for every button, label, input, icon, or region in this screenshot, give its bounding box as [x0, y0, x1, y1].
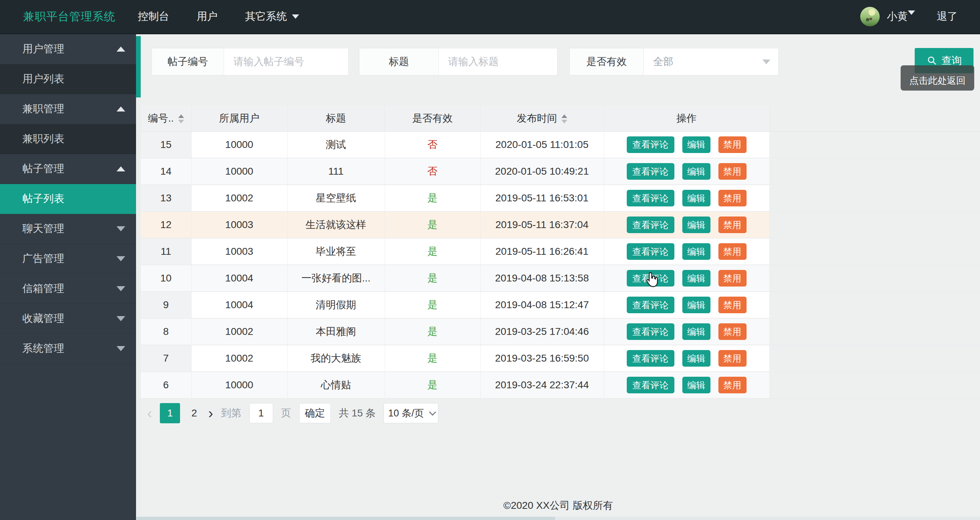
sidebar-item-user-list[interactable]: 用户列表: [0, 64, 136, 94]
disable-button[interactable]: 禁用: [718, 216, 746, 233]
valid-select[interactable]: 全部: [643, 48, 779, 75]
valid-label: 是否有效: [570, 48, 643, 75]
col-header-time[interactable]: 发布时间: [480, 105, 604, 131]
confirm-button[interactable]: 确定: [299, 403, 331, 423]
sort-icon[interactable]: [562, 114, 567, 123]
chevron-down-icon: [762, 60, 770, 64]
next-page-button[interactable]: ›: [208, 403, 213, 423]
disable-button[interactable]: 禁用: [718, 270, 746, 286]
edit-button[interactable]: 编辑: [682, 297, 711, 313]
edit-button[interactable]: 编辑: [682, 323, 711, 340]
table-header-row: 编号.. 所属用户 标题 是否有效 发布时间 操作: [141, 105, 980, 131]
horizontal-scrollbar-thumb[interactable]: [137, 517, 555, 520]
disable-button[interactable]: 禁用: [718, 297, 746, 313]
col-header-title: 标题: [287, 105, 385, 131]
goto-page-input[interactable]: [249, 403, 273, 423]
table-row-selected: 12 10003 生活就该这样 是 2019-05-11 16:37:04 查看…: [141, 211, 980, 238]
valid-badge: 是: [385, 372, 480, 398]
view-comments-button[interactable]: 查看评论: [627, 243, 675, 260]
nav-dashboard[interactable]: 控制台: [138, 10, 169, 24]
valid-badge: 是: [385, 318, 480, 345]
chevron-up-icon: [116, 46, 125, 52]
view-comments-button[interactable]: 查看评论: [627, 137, 675, 153]
copyright-text: ©2020 XX公司 版权所有: [137, 499, 980, 512]
view-comments-button[interactable]: 查看评论: [627, 350, 675, 367]
valid-badge: 是: [385, 265, 480, 292]
table-row: 6 10000 心情贴 是 2019-03-24 22:37:44 查看评论编辑…: [141, 372, 980, 398]
nav-users[interactable]: 用户: [197, 10, 218, 24]
valid-badge: 是: [385, 211, 480, 238]
sidebar-item-favorite-mgmt[interactable]: 收藏管理: [0, 304, 136, 334]
edit-button[interactable]: 编辑: [682, 163, 711, 180]
prev-page-button[interactable]: ‹: [147, 403, 152, 423]
user-menu[interactable]: 小黄: [887, 10, 915, 24]
app-title: 兼职平台管理系统: [23, 9, 116, 24]
valid-badge: 是: [385, 345, 480, 372]
edit-button[interactable]: 编辑: [682, 377, 711, 393]
view-comments-button[interactable]: 查看评论: [627, 190, 675, 207]
per-page-select[interactable]: 10 条/页: [383, 403, 438, 423]
disable-button[interactable]: 禁用: [718, 377, 746, 393]
disable-button[interactable]: 禁用: [718, 323, 746, 340]
sidebar-item-mail-mgmt[interactable]: 信箱管理: [0, 274, 136, 304]
title-label: 标题: [359, 48, 438, 75]
view-comments-button[interactable]: 查看评论: [627, 216, 675, 233]
sidebar-scrollbar-thumb[interactable]: [136, 36, 141, 97]
table-row: 8 10002 本田雅阁 是 2019-03-25 17:04:46 查看评论编…: [141, 318, 980, 345]
view-comments-button[interactable]: 查看评论: [627, 377, 675, 393]
page-button-1[interactable]: 1: [160, 403, 180, 423]
edit-button[interactable]: 编辑: [682, 190, 711, 207]
chevron-down-icon: [116, 316, 125, 321]
view-comments-button[interactable]: 查看评论: [627, 163, 675, 180]
sidebar-item-user-mgmt[interactable]: 用户管理: [0, 34, 136, 64]
col-header-user: 所属用户: [191, 105, 287, 131]
sidebar-item-job-mgmt[interactable]: 兼职管理: [0, 94, 136, 124]
edit-button[interactable]: 编辑: [682, 270, 711, 286]
topbar-right: 小黄 退了: [860, 7, 958, 26]
edit-button[interactable]: 编辑: [682, 350, 711, 367]
disable-button[interactable]: 禁用: [718, 190, 746, 207]
valid-badge: 是: [385, 292, 480, 318]
edit-button[interactable]: 编辑: [682, 137, 711, 153]
sort-icon[interactable]: [178, 114, 184, 123]
sidebar-scrollbar[interactable]: [136, 34, 141, 520]
goto-label: 到第: [221, 406, 242, 420]
chevron-up-icon: [116, 166, 125, 172]
title-input[interactable]: [438, 48, 557, 75]
filter-title: 标题: [359, 48, 557, 75]
disable-button[interactable]: 禁用: [718, 243, 746, 260]
view-comments-button[interactable]: 查看评论: [627, 297, 675, 313]
valid-select-value: 全部: [653, 55, 673, 68]
disable-button[interactable]: 禁用: [718, 350, 746, 367]
top-navigation: 控制台 用户 其它系统: [138, 10, 299, 24]
valid-badge: 是: [385, 185, 480, 211]
disable-button[interactable]: 禁用: [718, 163, 746, 180]
edit-button[interactable]: 编辑: [682, 216, 711, 233]
sidebar-item-system-mgmt[interactable]: 系统管理: [0, 334, 136, 364]
view-comments-button[interactable]: 查看评论: [627, 323, 675, 340]
nav-other-systems[interactable]: 其它系统: [245, 10, 299, 24]
horizontal-scrollbar[interactable]: [136, 517, 980, 520]
chevron-down-icon: [908, 11, 915, 21]
return-tooltip[interactable]: 点击此处返回: [900, 65, 974, 91]
sidebar-item-job-list[interactable]: 兼职列表: [0, 124, 136, 154]
page-button-2[interactable]: 2: [188, 407, 200, 419]
sidebar-item-chat-mgmt[interactable]: 聊天管理: [0, 214, 136, 244]
col-header-id[interactable]: 编号..: [141, 105, 191, 131]
post-id-input[interactable]: [224, 48, 348, 75]
logout-button[interactable]: 退了: [937, 10, 958, 24]
sidebar-item-post-list[interactable]: 帖子列表: [0, 184, 136, 214]
valid-badge: 否: [385, 131, 480, 158]
avatar[interactable]: [860, 7, 880, 26]
sidebar-item-post-mgmt[interactable]: 帖子管理: [0, 154, 136, 184]
sidebar-item-ad-mgmt[interactable]: 广告管理: [0, 244, 136, 274]
pagination: ‹ 1 2 › 到第 页 确定 共 15 条 10 条/页: [147, 403, 438, 423]
col-header-actions: 操作: [604, 105, 769, 131]
total-count-label: 共 15 条: [339, 406, 376, 420]
table-row: 15 10000 测试 否 2020-01-05 11:01:05 查看评论编辑…: [141, 131, 980, 158]
table-row: 14 10000 111 否 2020-01-05 10:49:21 查看评论编…: [141, 158, 980, 185]
valid-badge: 否: [385, 158, 480, 185]
table-row: 11 10003 毕业将至 是 2019-05-11 16:26:41 查看评论…: [141, 238, 980, 265]
disable-button[interactable]: 禁用: [718, 137, 746, 153]
edit-button[interactable]: 编辑: [682, 243, 711, 260]
